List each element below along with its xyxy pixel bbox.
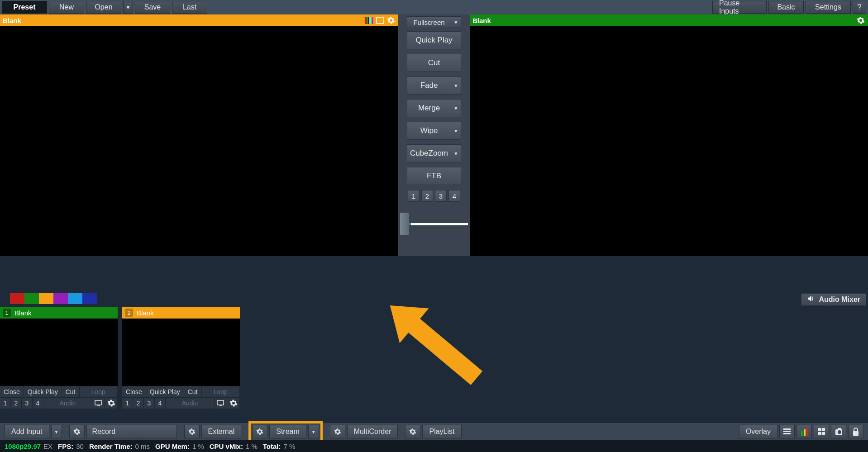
cubezoom-dropdown[interactable]: ▼ xyxy=(451,151,461,156)
overlay-4-button[interactable]: 4 xyxy=(448,190,460,202)
input-2-title: Blank xyxy=(137,309,154,317)
preview-gear-icon[interactable] xyxy=(386,16,396,25)
input-2-ov3-button[interactable]: 3 xyxy=(144,398,155,409)
merge-button[interactable]: Merge▼ xyxy=(407,99,461,117)
input-1-cut-button[interactable]: Cut xyxy=(62,386,80,397)
input-2-quickplay-button[interactable]: Quick Play xyxy=(146,386,184,397)
playlist-gear-icon[interactable] xyxy=(405,425,420,438)
overlay-1-button[interactable]: 1 xyxy=(408,190,420,202)
input-1-header[interactable]: 1 Blank xyxy=(0,307,118,319)
overlay-3-button[interactable]: 3 xyxy=(435,190,447,202)
svg-rect-14 xyxy=(806,428,808,436)
colour-tab-green[interactable] xyxy=(24,293,39,304)
quick-play-button[interactable]: Quick Play xyxy=(407,31,461,49)
top-settings-button[interactable]: Settings xyxy=(806,1,851,14)
input-1-preview[interactable] xyxy=(0,319,118,386)
save-button[interactable]: Save xyxy=(135,1,170,14)
stream-dropdown[interactable]: ▼ xyxy=(308,425,319,438)
input-1-close-button[interactable]: Close xyxy=(0,386,24,397)
pause-inputs-button[interactable]: Pause Inputs xyxy=(712,1,767,14)
input-2-gear-icon[interactable] xyxy=(227,398,240,409)
preset-label: Preset xyxy=(2,1,47,14)
input-2-controls: Close Quick Play Cut Loop 1 2 3 4 Audio xyxy=(122,386,240,409)
svg-rect-0 xyxy=(365,17,367,24)
input-2-loop-button[interactable]: Loop xyxy=(202,386,240,397)
wipe-button[interactable]: Wipe▼ xyxy=(407,122,461,140)
overlay-number-row: 1 2 3 4 xyxy=(408,190,460,202)
stream-button[interactable]: Stream xyxy=(269,425,306,438)
svg-rect-15 xyxy=(818,428,821,431)
svg-point-21 xyxy=(838,430,841,434)
svg-rect-11 xyxy=(783,433,791,434)
cubezoom-button[interactable]: CubeZoom▼ xyxy=(407,144,461,162)
input-1-gear-icon[interactable] xyxy=(105,398,118,409)
input-1-loop-button[interactable]: Loop xyxy=(80,386,118,397)
status-total: 7 % xyxy=(284,442,296,450)
input-2-preview[interactable] xyxy=(122,319,240,386)
lock-icon[interactable] xyxy=(848,425,863,438)
snapshot-icon[interactable] xyxy=(831,425,846,438)
multicorder-button[interactable]: MultiCorder xyxy=(347,425,398,438)
stream-gear-icon[interactable] xyxy=(252,425,267,438)
basic-button[interactable]: Basic xyxy=(768,1,804,14)
input-2-ov1-button[interactable]: 1 xyxy=(122,398,133,409)
svg-rect-8 xyxy=(217,400,224,405)
fullscreen-dropdown[interactable]: ▼ xyxy=(451,16,461,28)
add-input-dropdown[interactable]: ▼ xyxy=(51,425,62,438)
svg-rect-2 xyxy=(368,17,369,24)
grid-view-icon[interactable] xyxy=(814,425,829,438)
output-gear-icon[interactable] xyxy=(856,16,865,25)
input-1-ov3-button[interactable]: 3 xyxy=(22,398,33,409)
status-gpu: 1 % xyxy=(192,442,204,450)
input-1-quickplay-button[interactable]: Quick Play xyxy=(24,386,62,397)
merge-dropdown[interactable]: ▼ xyxy=(451,106,461,111)
colour-tab-red[interactable] xyxy=(10,293,24,304)
overlay-button[interactable]: Overlay xyxy=(739,425,777,438)
t-bar-handle[interactable] xyxy=(400,213,409,235)
open-dropdown[interactable]: ▼ xyxy=(123,1,133,14)
input-1-ov4-button[interactable]: 4 xyxy=(33,398,43,409)
last-button[interactable]: Last xyxy=(172,1,207,14)
external-button[interactable]: External xyxy=(201,425,242,438)
input-1-ov2-button[interactable]: 2 xyxy=(11,398,22,409)
external-gear-icon[interactable] xyxy=(184,425,200,438)
colour-tab-orange[interactable] xyxy=(39,293,53,304)
record-button[interactable]: Record xyxy=(86,425,177,438)
input-1-monitor-icon[interactable] xyxy=(92,398,105,409)
meter-icon[interactable] xyxy=(796,425,812,438)
input-2-header[interactable]: 2 Blank xyxy=(122,307,240,319)
status-total-label: Total: xyxy=(263,442,281,450)
multicorder-gear-icon[interactable] xyxy=(330,425,345,438)
input-2-cut-button[interactable]: Cut xyxy=(184,386,202,397)
wipe-dropdown[interactable]: ▼ xyxy=(451,128,461,133)
fade-dropdown[interactable]: ▼ xyxy=(451,83,461,88)
ftb-button[interactable]: FTB xyxy=(407,167,461,185)
colour-bars-icon[interactable] xyxy=(365,16,374,25)
list-view-icon[interactable] xyxy=(779,425,795,438)
audio-mixer-button[interactable]: Audio Mixer xyxy=(801,293,866,306)
record-gear-icon[interactable] xyxy=(69,425,85,438)
display-icon[interactable] xyxy=(376,16,385,25)
colour-tab-purple[interactable] xyxy=(53,293,68,304)
input-2-ov2-button[interactable]: 2 xyxy=(133,398,144,409)
t-bar[interactable] xyxy=(400,213,468,235)
colour-tab-navy[interactable] xyxy=(82,293,97,304)
input-1-ov1-button[interactable]: 1 xyxy=(0,398,11,409)
input-1-audio-button[interactable]: Audio xyxy=(43,398,92,409)
add-input-button[interactable]: Add Input xyxy=(5,425,49,438)
colour-tab-blue[interactable] xyxy=(68,293,82,304)
input-2-ov4-button[interactable]: 4 xyxy=(155,398,166,409)
cut-button[interactable]: Cut xyxy=(407,54,461,72)
input-2-monitor-icon[interactable] xyxy=(215,398,227,409)
overlay-2-button[interactable]: 2 xyxy=(421,190,433,202)
open-button[interactable]: Open xyxy=(86,1,121,14)
fade-button[interactable]: Fade▼ xyxy=(407,76,461,95)
svg-rect-1 xyxy=(367,17,368,24)
playlist-button[interactable]: PlayList xyxy=(422,425,461,438)
input-2-close-button[interactable]: Close xyxy=(122,386,146,397)
new-button[interactable]: New xyxy=(49,1,84,14)
status-render-label: Render Time: xyxy=(89,442,133,450)
help-button[interactable]: ? xyxy=(853,1,866,14)
input-2-audio-button[interactable]: Audio xyxy=(166,398,215,409)
fullscreen-button[interactable]: Fullscreen ▼ xyxy=(407,16,461,28)
